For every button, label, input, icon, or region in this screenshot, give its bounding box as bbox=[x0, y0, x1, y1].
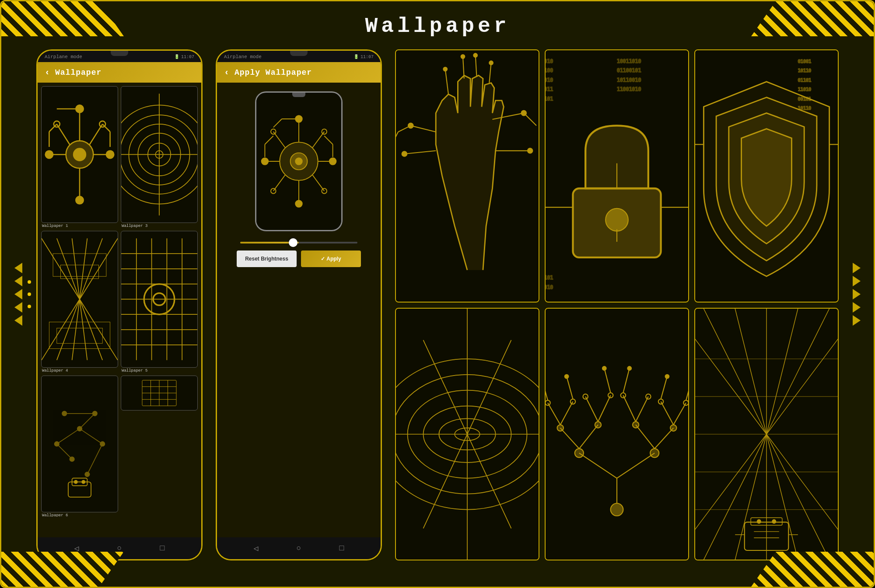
back-button-right[interactable]: ‹ bbox=[224, 67, 229, 77]
svg-point-12 bbox=[76, 196, 83, 204]
svg-text:11010011: 11010011 bbox=[546, 86, 553, 92]
wallpaper-item-3[interactable]: Wallpaper 3 bbox=[121, 86, 198, 228]
gallery-cell-3[interactable]: 01001 10110 01101 11010 00101 10110 bbox=[694, 49, 839, 303]
airplane-mode-left: Airplane mode bbox=[45, 54, 82, 59]
svg-point-120 bbox=[408, 123, 413, 128]
gallery-cell-1[interactable] bbox=[395, 49, 539, 303]
wallpaper-item-6[interactable]: Wallpaper 6 bbox=[41, 376, 118, 517]
chevron-left-icon-3 bbox=[14, 289, 22, 299]
gallery-cell-5[interactable] bbox=[545, 308, 689, 561]
svg-point-195 bbox=[670, 424, 676, 431]
svg-text:01101: 01101 bbox=[798, 78, 811, 83]
gallery-cell-4[interactable] bbox=[395, 308, 539, 561]
nav-home-left[interactable]: ○ bbox=[117, 544, 122, 553]
svg-point-130 bbox=[461, 55, 465, 59]
svg-text:10110010: 10110010 bbox=[617, 77, 641, 83]
phone-nav-right: ◁ ○ □ bbox=[217, 537, 381, 559]
reset-brightness-button[interactable]: Reset Brightness bbox=[237, 251, 297, 267]
nav-recent-left[interactable]: □ bbox=[160, 544, 165, 553]
svg-text:11001010: 11001010 bbox=[617, 86, 641, 92]
svg-point-186 bbox=[575, 449, 584, 457]
svg-point-222 bbox=[665, 374, 669, 378]
slider-track[interactable] bbox=[240, 242, 357, 244]
wallpaper-item-4[interactable]: Wallpaper 4 bbox=[41, 231, 118, 373]
svg-point-193 bbox=[595, 421, 601, 428]
side-arrows-right bbox=[853, 263, 861, 326]
nav-back-left[interactable]: ◁ bbox=[74, 543, 79, 553]
wallpaper-label-4: Wallpaper 4 bbox=[41, 369, 118, 373]
nav-home-right[interactable]: ○ bbox=[297, 544, 301, 553]
chevron-right-icon-1 bbox=[853, 263, 861, 273]
wallpaper-item-7[interactable] bbox=[121, 376, 198, 517]
wallpaper-item-1[interactable]: Wallpaper 1 bbox=[41, 86, 118, 228]
slider-thumb[interactable] bbox=[289, 238, 298, 247]
svg-point-187 bbox=[650, 449, 659, 457]
back-button-left[interactable]: ‹ bbox=[45, 67, 50, 77]
svg-text:10110100: 10110100 bbox=[546, 67, 553, 73]
svg-point-220 bbox=[602, 366, 606, 370]
wallpaper-grid: Wallpaper 1 bbox=[38, 83, 201, 517]
svg-point-11 bbox=[106, 151, 114, 158]
time-right: 11:07 bbox=[360, 55, 374, 59]
chevron-right-icon-5 bbox=[853, 315, 861, 326]
apply-button[interactable]: ✓ Apply bbox=[301, 251, 361, 267]
svg-point-182 bbox=[611, 503, 623, 516]
gallery-cell-6[interactable] bbox=[694, 308, 839, 561]
chevron-right-icon-3 bbox=[853, 289, 861, 299]
wallpaper-screen-title: Wallpaper bbox=[55, 68, 102, 77]
svg-text:01100101: 01100101 bbox=[617, 67, 641, 73]
phone-notch-right bbox=[290, 51, 308, 56]
svg-rect-60 bbox=[42, 383, 118, 504]
svg-point-101 bbox=[295, 200, 302, 207]
svg-text:01001010: 01001010 bbox=[546, 58, 553, 64]
preview-area: Reset Brightness ✓ Apply bbox=[217, 83, 381, 276]
corner-decoration-bl bbox=[1, 552, 124, 587]
svg-text:00101101: 00101101 bbox=[546, 96, 553, 102]
svg-point-131 bbox=[473, 53, 477, 57]
gallery-panel: 01001010 10110100 01101010 11010011 0010… bbox=[395, 49, 839, 560]
svg-text:11010: 11010 bbox=[798, 87, 811, 92]
chevron-right-icon-2 bbox=[853, 276, 861, 286]
nav-back-right[interactable]: ◁ bbox=[254, 543, 259, 553]
svg-point-77 bbox=[82, 480, 85, 484]
svg-text:10110: 10110 bbox=[798, 68, 811, 73]
side-dots-left bbox=[28, 280, 31, 308]
svg-point-2 bbox=[74, 149, 86, 161]
corner-decoration-tr bbox=[751, 1, 874, 36]
apply-wallpaper-title: Apply Wallpaper bbox=[234, 68, 312, 77]
svg-text:01101010: 01101010 bbox=[546, 77, 553, 83]
wallpaper-label-3: Wallpaper 3 bbox=[121, 224, 198, 228]
svg-point-99 bbox=[262, 158, 269, 165]
svg-point-10 bbox=[46, 151, 53, 158]
wallpaper-thumb-3 bbox=[121, 86, 198, 223]
main-container: Wallpaper Airplane mode 🔋 11:07 ‹ Wallpa… bbox=[0, 0, 875, 588]
battery-icon-left: 🔋 bbox=[174, 54, 179, 59]
gallery-cell-2[interactable]: 01001010 10110100 01101010 11010011 0010… bbox=[545, 49, 689, 303]
inner-phone-preview bbox=[255, 91, 343, 231]
inner-phone-notch bbox=[292, 93, 305, 97]
svg-point-67 bbox=[85, 472, 89, 477]
chevron-left-icon-4 bbox=[14, 302, 22, 313]
time-left: 11:07 bbox=[181, 55, 194, 59]
svg-rect-181 bbox=[546, 309, 688, 560]
airplane-mode-right: Airplane mode bbox=[224, 54, 262, 59]
wallpaper-item-5[interactable]: Wallpaper 5 bbox=[121, 231, 198, 373]
svg-point-246 bbox=[757, 519, 761, 523]
svg-point-247 bbox=[772, 519, 776, 523]
action-buttons: Reset Brightness ✓ Apply bbox=[237, 251, 361, 267]
wallpaper-thumb-6 bbox=[41, 376, 118, 512]
nav-recent-right[interactable]: □ bbox=[340, 544, 344, 553]
wallpaper-label-1: Wallpaper 1 bbox=[41, 224, 118, 228]
phone-right: Airplane mode 🔋 11:07 ‹ Apply Wallpaper bbox=[216, 49, 382, 560]
svg-text:01001: 01001 bbox=[798, 59, 811, 64]
svg-point-100 bbox=[329, 158, 336, 165]
chevron-left-icon-2 bbox=[14, 276, 22, 286]
brightness-slider[interactable] bbox=[240, 242, 357, 244]
wallpaper-label-5: Wallpaper 5 bbox=[121, 369, 198, 373]
svg-point-123 bbox=[522, 111, 526, 115]
chevron-right-icon-4 bbox=[853, 302, 861, 313]
chevron-left-icon-5 bbox=[14, 315, 22, 326]
svg-point-146 bbox=[606, 209, 628, 231]
phone-left: Airplane mode 🔋 11:07 ‹ Wallpaper bbox=[36, 49, 203, 560]
wallpaper-thumb-1 bbox=[41, 86, 118, 223]
